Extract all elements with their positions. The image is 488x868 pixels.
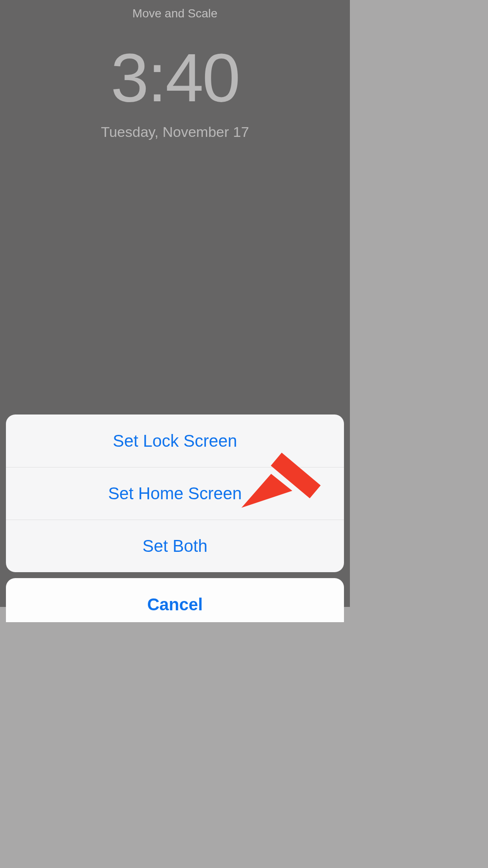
action-sheet-cancel-group: Cancel bbox=[6, 578, 344, 622]
page-title: Move and Scale bbox=[0, 7, 350, 20]
set-lock-screen-button[interactable]: Set Lock Screen bbox=[6, 415, 344, 467]
action-sheet-options: Set Lock Screen Set Home Screen Set Both bbox=[6, 415, 344, 572]
lockscreen-date: Tuesday, November 17 bbox=[0, 124, 350, 140]
set-home-screen-button[interactable]: Set Home Screen bbox=[6, 467, 344, 520]
cancel-button[interactable]: Cancel bbox=[6, 578, 344, 622]
set-both-button[interactable]: Set Both bbox=[6, 520, 344, 572]
action-sheet: Set Lock Screen Set Home Screen Set Both… bbox=[6, 415, 344, 622]
lockscreen-time: 3:40 bbox=[0, 43, 350, 112]
